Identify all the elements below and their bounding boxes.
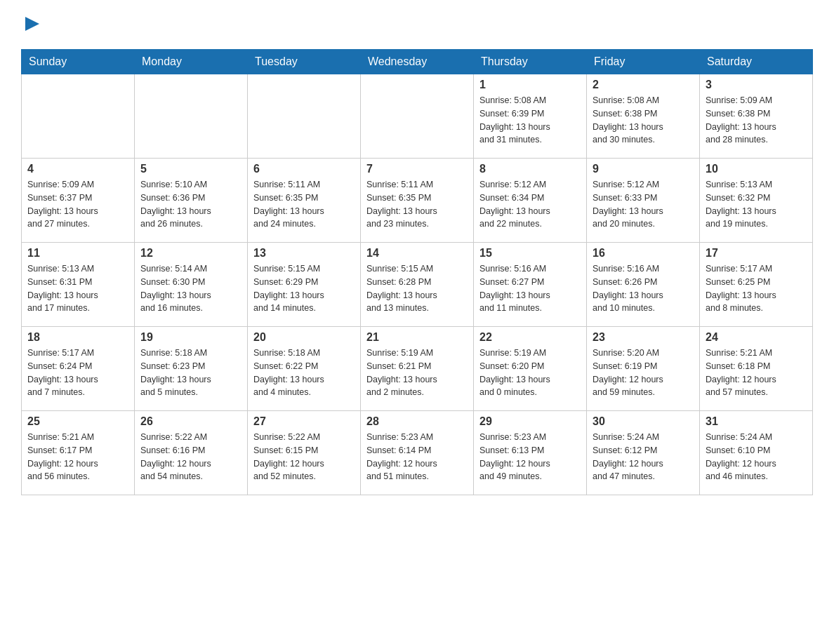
col-wednesday: Wednesday (361, 50, 474, 74)
day-info: Sunrise: 5:16 AMSunset: 6:27 PMDaylight:… (479, 262, 581, 315)
day-number: 28 (366, 415, 468, 428)
day-number: 10 (706, 163, 807, 175)
day-number: 29 (479, 415, 581, 428)
day-info: Sunrise: 5:15 AMSunset: 6:29 PMDaylight:… (253, 262, 355, 315)
day-info: Sunrise: 5:15 AMSunset: 6:28 PMDaylight:… (366, 262, 468, 315)
day-number: 5 (140, 163, 241, 175)
day-info: Sunrise: 5:22 AMSunset: 6:15 PMDaylight:… (253, 431, 355, 483)
day-info: Sunrise: 5:24 AMSunset: 6:10 PMDaylight:… (706, 431, 807, 483)
day-info: Sunrise: 5:16 AMSunset: 6:26 PMDaylight:… (593, 262, 694, 315)
day-info: Sunrise: 5:14 AMSunset: 6:30 PMDaylight:… (140, 262, 241, 315)
day-info: Sunrise: 5:12 AMSunset: 6:34 PMDaylight:… (479, 178, 581, 231)
calendar-cell: 29Sunrise: 5:23 AMSunset: 6:13 PMDayligh… (474, 411, 587, 495)
day-number: 22 (479, 331, 581, 344)
day-info: Sunrise: 5:21 AMSunset: 6:18 PMDaylight:… (706, 347, 807, 399)
calendar-cell: 25Sunrise: 5:21 AMSunset: 6:17 PMDayligh… (22, 411, 135, 495)
day-info: Sunrise: 5:09 AMSunset: 6:37 PMDaylight:… (27, 178, 128, 231)
day-number: 24 (706, 331, 807, 344)
calendar-cell: 11Sunrise: 5:13 AMSunset: 6:31 PMDayligh… (22, 243, 135, 327)
col-tuesday: Tuesday (248, 50, 361, 74)
col-monday: Monday (135, 50, 248, 74)
calendar-cell: 28Sunrise: 5:23 AMSunset: 6:14 PMDayligh… (361, 411, 474, 495)
day-info: Sunrise: 5:17 AMSunset: 6:24 PMDaylight:… (27, 347, 128, 399)
day-number: 21 (366, 331, 468, 344)
day-number: 30 (593, 415, 694, 428)
day-number: 8 (479, 163, 581, 175)
day-number: 31 (706, 415, 807, 428)
calendar-week-row: 4Sunrise: 5:09 AMSunset: 6:37 PMDaylight… (22, 159, 813, 243)
day-info: Sunrise: 5:08 AMSunset: 6:38 PMDaylight:… (593, 94, 694, 147)
logo (21, 14, 42, 36)
day-info: Sunrise: 5:09 AMSunset: 6:38 PMDaylight:… (706, 94, 807, 147)
calendar-cell: 17Sunrise: 5:17 AMSunset: 6:25 PMDayligh… (700, 243, 813, 327)
day-number: 3 (706, 79, 807, 91)
day-number: 20 (253, 331, 355, 344)
day-number: 13 (253, 247, 355, 260)
calendar-week-row: 18Sunrise: 5:17 AMSunset: 6:24 PMDayligh… (22, 327, 813, 411)
calendar-cell: 7Sunrise: 5:11 AMSunset: 6:35 PMDaylight… (361, 159, 474, 243)
calendar-cell: 12Sunrise: 5:14 AMSunset: 6:30 PMDayligh… (135, 243, 248, 327)
day-number: 4 (27, 163, 128, 175)
day-info: Sunrise: 5:17 AMSunset: 6:25 PMDaylight:… (706, 262, 807, 315)
calendar-cell: 27Sunrise: 5:22 AMSunset: 6:15 PMDayligh… (248, 411, 361, 495)
calendar-cell: 18Sunrise: 5:17 AMSunset: 6:24 PMDayligh… (22, 327, 135, 411)
day-info: Sunrise: 5:11 AMSunset: 6:35 PMDaylight:… (253, 178, 355, 231)
day-number: 19 (140, 331, 241, 344)
day-number: 2 (593, 79, 694, 91)
calendar-week-row: 25Sunrise: 5:21 AMSunset: 6:17 PMDayligh… (22, 411, 813, 495)
calendar-cell: 14Sunrise: 5:15 AMSunset: 6:28 PMDayligh… (361, 243, 474, 327)
day-info: Sunrise: 5:10 AMSunset: 6:36 PMDaylight:… (140, 178, 241, 231)
calendar-cell (248, 74, 361, 159)
col-saturday: Saturday (700, 50, 813, 74)
calendar-cell: 2Sunrise: 5:08 AMSunset: 6:38 PMDaylight… (587, 74, 700, 159)
calendar-cell: 4Sunrise: 5:09 AMSunset: 6:37 PMDaylight… (22, 159, 135, 243)
calendar-cell: 20Sunrise: 5:18 AMSunset: 6:22 PMDayligh… (248, 327, 361, 411)
calendar-cell: 31Sunrise: 5:24 AMSunset: 6:10 PMDayligh… (700, 411, 813, 495)
day-info: Sunrise: 5:23 AMSunset: 6:13 PMDaylight:… (479, 431, 581, 483)
day-info: Sunrise: 5:13 AMSunset: 6:31 PMDaylight:… (27, 262, 128, 315)
calendar-header-row: Sunday Monday Tuesday Wednesday Thursday… (22, 50, 813, 74)
day-number: 9 (593, 163, 694, 175)
calendar-cell (135, 74, 248, 159)
calendar-cell: 10Sunrise: 5:13 AMSunset: 6:32 PMDayligh… (700, 159, 813, 243)
calendar-cell: 22Sunrise: 5:19 AMSunset: 6:20 PMDayligh… (474, 327, 587, 411)
calendar-cell: 19Sunrise: 5:18 AMSunset: 6:23 PMDayligh… (135, 327, 248, 411)
calendar-cell (22, 74, 135, 159)
day-number: 12 (140, 247, 241, 260)
calendar-cell: 30Sunrise: 5:24 AMSunset: 6:12 PMDayligh… (587, 411, 700, 495)
day-info: Sunrise: 5:22 AMSunset: 6:16 PMDaylight:… (140, 431, 241, 483)
day-info: Sunrise: 5:18 AMSunset: 6:23 PMDaylight:… (140, 347, 241, 399)
day-number: 27 (253, 415, 355, 428)
calendar-cell: 6Sunrise: 5:11 AMSunset: 6:35 PMDaylight… (248, 159, 361, 243)
day-number: 1 (479, 79, 581, 91)
day-number: 11 (27, 247, 128, 260)
day-info: Sunrise: 5:23 AMSunset: 6:14 PMDaylight:… (366, 431, 468, 483)
day-info: Sunrise: 5:20 AMSunset: 6:19 PMDaylight:… (593, 347, 694, 399)
day-number: 25 (27, 415, 128, 428)
calendar-cell: 9Sunrise: 5:12 AMSunset: 6:33 PMDaylight… (587, 159, 700, 243)
day-info: Sunrise: 5:19 AMSunset: 6:20 PMDaylight:… (479, 347, 581, 399)
calendar-cell: 1Sunrise: 5:08 AMSunset: 6:39 PMDaylight… (474, 74, 587, 159)
calendar-cell: 3Sunrise: 5:09 AMSunset: 6:38 PMDaylight… (700, 74, 813, 159)
calendar-cell: 23Sunrise: 5:20 AMSunset: 6:19 PMDayligh… (587, 327, 700, 411)
calendar-cell: 13Sunrise: 5:15 AMSunset: 6:29 PMDayligh… (248, 243, 361, 327)
day-number: 14 (366, 247, 468, 260)
calendar-cell: 16Sunrise: 5:16 AMSunset: 6:26 PMDayligh… (587, 243, 700, 327)
calendar-table: Sunday Monday Tuesday Wednesday Thursday… (21, 49, 813, 495)
day-number: 6 (253, 163, 355, 175)
day-info: Sunrise: 5:12 AMSunset: 6:33 PMDaylight:… (593, 178, 694, 231)
calendar-cell: 5Sunrise: 5:10 AMSunset: 6:36 PMDaylight… (135, 159, 248, 243)
day-number: 26 (140, 415, 241, 428)
day-number: 15 (479, 247, 581, 260)
col-friday: Friday (587, 50, 700, 74)
calendar-cell: 24Sunrise: 5:21 AMSunset: 6:18 PMDayligh… (700, 327, 813, 411)
day-number: 7 (366, 163, 468, 175)
day-info: Sunrise: 5:08 AMSunset: 6:39 PMDaylight:… (479, 94, 581, 147)
logo-arrow-icon (22, 14, 42, 34)
day-info: Sunrise: 5:11 AMSunset: 6:35 PMDaylight:… (366, 178, 468, 231)
calendar-cell: 15Sunrise: 5:16 AMSunset: 6:27 PMDayligh… (474, 243, 587, 327)
day-info: Sunrise: 5:19 AMSunset: 6:21 PMDaylight:… (366, 347, 468, 399)
day-info: Sunrise: 5:13 AMSunset: 6:32 PMDaylight:… (706, 178, 807, 231)
day-info: Sunrise: 5:24 AMSunset: 6:12 PMDaylight:… (593, 431, 694, 483)
calendar-cell (361, 74, 474, 159)
